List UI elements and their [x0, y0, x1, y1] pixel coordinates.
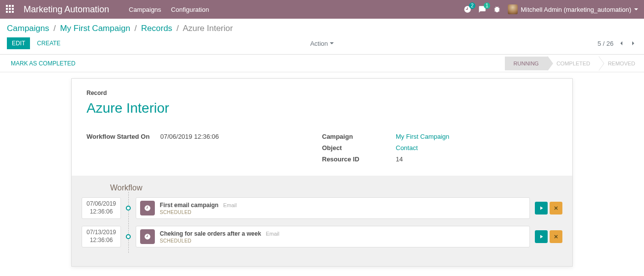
workflow-activity-status: SCHEDULED: [160, 210, 526, 215]
timeline-dot-icon: [126, 234, 131, 239]
app-brand[interactable]: Marketing Automation: [24, 4, 109, 15]
chat-notification[interactable]: 1: [478, 5, 486, 13]
breadcrumb-my-first-campaign[interactable]: My First Campaign: [60, 24, 130, 33]
main-navbar: Marketing Automation Campaigns Configura…: [0, 0, 644, 19]
workflow-activity-title: Cheking for sale orders after a week: [160, 230, 261, 237]
workflow-item: 07/13/2019 12:36:06 Cheking for sale ord…: [82, 226, 562, 247]
close-icon: [553, 205, 559, 211]
timeline-dot-icon: [126, 206, 131, 211]
clock-icon: [144, 205, 151, 212]
bug-icon: [493, 5, 501, 13]
avatar: [508, 4, 518, 14]
create-button[interactable]: CREATE: [37, 40, 60, 47]
workflow-date: 07/06/2019: [84, 200, 118, 208]
clock-icon: [144, 233, 151, 240]
workflow-date-box: 07/06/2019 12:36:06: [82, 197, 121, 218]
status-running[interactable]: RUNNING: [505, 57, 548, 70]
workflow-date-box: 07/13/2019 12:36:06: [82, 226, 121, 247]
record-name-link[interactable]: Azure Interior: [87, 100, 557, 116]
workflow-item: 07/06/2019 12:36:06 First email campaign…: [82, 197, 562, 219]
workflow-title: Workflow: [110, 184, 562, 192]
workflow-time: 12:36:06: [84, 237, 118, 245]
resource-id-label: Resource ID: [322, 155, 396, 163]
workflow-card: First email campaign Email SCHEDULED: [136, 197, 530, 219]
close-icon: [553, 234, 559, 240]
object-value-link[interactable]: Contact: [396, 144, 418, 152]
workflow-activity-status: SCHEDULED: [160, 238, 526, 244]
debug-menu[interactable]: [493, 5, 501, 13]
cancel-activity-button[interactable]: [550, 230, 562, 243]
resource-id-value: 14: [396, 155, 403, 163]
nav-configuration[interactable]: Configuration: [171, 6, 209, 13]
workflow-section: Workflow 07/06/2019 12:36:06 Fir: [72, 176, 572, 266]
mark-completed-button[interactable]: MARK AS COMPLETED: [11, 60, 75, 67]
workflow-card: Cheking for sale orders after a week Ema…: [136, 226, 530, 247]
chevron-down-icon: [634, 8, 638, 10]
status-bar: MARK AS COMPLETED RUNNING COMPLETED REMO…: [0, 55, 644, 72]
object-label: Object: [322, 144, 396, 152]
workflow-activity-type: Email: [266, 231, 280, 237]
workflow-time: 12:36:06: [84, 208, 118, 216]
play-icon: [538, 205, 544, 211]
campaign-value-link[interactable]: My First Campaign: [396, 133, 449, 140]
breadcrumb-current: Azure Interior: [183, 24, 233, 33]
workflow-activity-title: First email campaign: [160, 202, 218, 209]
form-sheet: Record Azure Interior Workflow Started O…: [71, 78, 573, 267]
breadcrumb: Campaigns / My First Campaign / Records …: [0, 19, 644, 35]
apps-icon[interactable]: [6, 5, 15, 14]
workflow-date: 07/13/2019: [84, 229, 118, 237]
activity-type-icon-box: [140, 229, 155, 244]
edit-button[interactable]: EDIT: [7, 37, 30, 49]
action-label: Action: [310, 40, 328, 47]
clock-badge: 2: [469, 2, 476, 9]
pager-text[interactable]: 5 / 26: [597, 40, 614, 47]
play-icon: [538, 234, 544, 240]
run-activity-button[interactable]: [535, 202, 548, 215]
workflow-started-label: Workflow Started On: [87, 133, 160, 140]
clock-notification[interactable]: 2: [464, 5, 471, 13]
user-name: Mitchell Admin (marketing_automation): [521, 6, 631, 13]
user-menu[interactable]: Mitchell Admin (marketing_automation): [508, 4, 638, 14]
control-bar: Campaigns / My First Campaign / Records …: [0, 19, 644, 55]
chevron-down-icon: [330, 42, 334, 44]
workflow-started-value: 07/06/2019 12:36:06: [160, 133, 219, 140]
status-completed[interactable]: COMPLETED: [548, 57, 599, 70]
breadcrumb-campaigns[interactable]: Campaigns: [7, 24, 49, 33]
status-removed[interactable]: REMOVED: [599, 57, 644, 70]
cancel-activity-button[interactable]: [550, 202, 562, 215]
record-label: Record: [87, 90, 557, 96]
breadcrumb-records[interactable]: Records: [141, 24, 172, 33]
action-dropdown[interactable]: Action: [310, 40, 334, 47]
chat-badge: 1: [484, 2, 491, 9]
pager-next-icon[interactable]: [629, 39, 637, 47]
nav-campaigns[interactable]: Campaigns: [129, 6, 161, 13]
workflow-activity-type: Email: [223, 202, 237, 208]
run-activity-button[interactable]: [535, 230, 548, 243]
campaign-label: Campaign: [322, 133, 396, 140]
pager-prev-icon[interactable]: [617, 39, 625, 47]
activity-type-icon-box: [140, 201, 155, 215]
